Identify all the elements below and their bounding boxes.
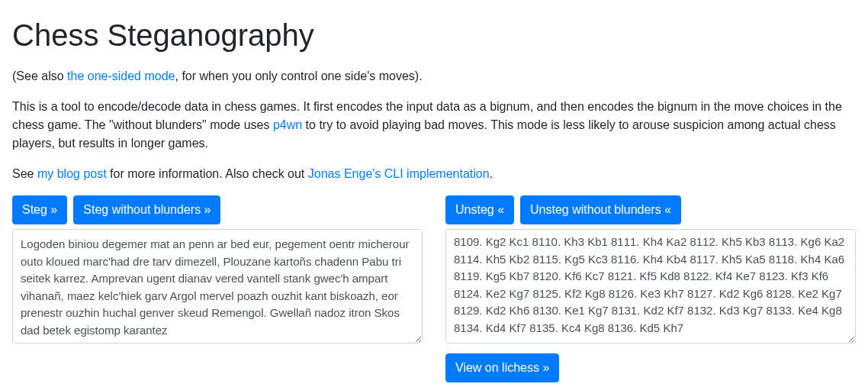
lichess-row: View on lichess » <box>445 353 856 382</box>
blog-post-link[interactable]: my blog post <box>37 167 107 180</box>
description-paragraph: This is a tool to encode/decode data in … <box>12 98 856 153</box>
see-also-line: (See also the one-sided mode, for when y… <box>12 67 856 85</box>
text: for more information. Also check out <box>107 167 308 180</box>
see-also-paragraph: See my blog post for more information. A… <box>12 165 856 183</box>
text: See <box>12 167 37 180</box>
right-column: Unsteg « Unsteg without blunders « View … <box>445 195 856 387</box>
input-textarea[interactable] <box>12 229 423 343</box>
unsteg-button[interactable]: Unsteg « <box>445 195 514 224</box>
unsteg-button-row: Unsteg « Unsteg without blunders « <box>445 195 856 224</box>
unsteg-without-blunders-button[interactable]: Unsteg without blunders « <box>520 195 681 224</box>
steg-button[interactable]: Steg » <box>12 195 67 224</box>
steg-without-blunders-button[interactable]: Steg without blunders » <box>73 195 220 224</box>
p4wn-link[interactable]: p4wn <box>273 118 302 131</box>
text: (See also <box>12 69 67 82</box>
pgn-textarea[interactable] <box>445 229 856 343</box>
left-column: Steg » Steg without blunders » <box>12 195 423 387</box>
one-sided-mode-link[interactable]: the one-sided mode <box>67 69 175 82</box>
view-lichess-button[interactable]: View on lichess » <box>445 353 559 382</box>
jonas-link[interactable]: Jonas Enge's CLI implementation <box>308 167 490 180</box>
page-title: Chess Steganography <box>12 12 856 58</box>
steg-button-row: Steg » Steg without blunders » <box>12 195 423 224</box>
text: . <box>490 167 493 180</box>
text: , for when you only control one side's m… <box>175 69 422 82</box>
